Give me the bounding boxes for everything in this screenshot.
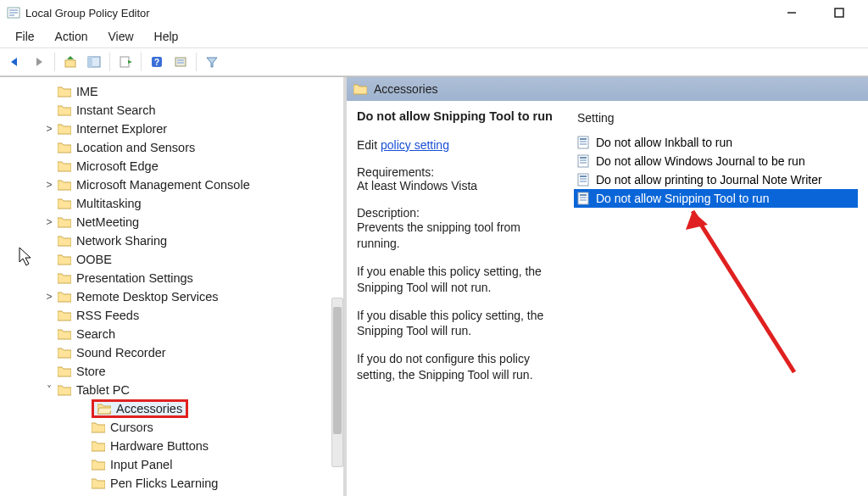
tree-item[interactable]: RSS Feeds <box>0 306 343 325</box>
svg-rect-5 <box>835 8 843 17</box>
properties-button[interactable] <box>170 52 191 72</box>
svg-rect-48 <box>580 143 587 145</box>
policy-icon <box>577 154 591 168</box>
detail-header-title: Accessories <box>374 82 437 96</box>
svg-rect-58 <box>580 194 587 196</box>
tree-scroll-thumb[interactable] <box>333 307 342 434</box>
setting-item[interactable]: Do not allow Inkball to run <box>574 133 858 152</box>
folder-icon <box>58 254 71 265</box>
tree-item-label: Pen Flicks Learning <box>110 476 218 490</box>
tree-item[interactable]: IME <box>0 82 343 101</box>
svg-marker-35 <box>58 367 71 376</box>
setting-label: Do not allow printing to Journal Note Wr… <box>596 173 822 187</box>
tree-item[interactable]: Multitasking <box>0 194 343 213</box>
tree-item[interactable]: >Internet Explorer <box>0 120 343 138</box>
tree-subitem[interactable]: Input Panel <box>0 455 343 474</box>
filter-button[interactable] <box>202 52 222 72</box>
folder-icon <box>92 477 105 489</box>
description-p1: Prevents the snipping tool from running. <box>357 220 560 252</box>
svg-marker-41 <box>92 460 105 470</box>
svg-rect-54 <box>580 176 587 177</box>
folder-icon <box>92 440 105 452</box>
svg-rect-12 <box>120 57 129 67</box>
svg-rect-46 <box>580 138 587 140</box>
arrow-annotation-icon <box>642 177 862 398</box>
tree-item[interactable]: >Microsoft Management Console <box>0 176 343 194</box>
show-hide-tree-button[interactable] <box>84 52 104 72</box>
svg-marker-29 <box>58 255 71 265</box>
tree-item[interactable]: Location and Sensors <box>0 138 343 157</box>
tree-item[interactable]: Store <box>0 362 343 381</box>
up-button[interactable] <box>60 52 81 72</box>
tree-item[interactable]: OOBE <box>0 250 343 269</box>
chevron-down-icon[interactable]: ˅ <box>41 384 58 396</box>
svg-marker-62 <box>686 211 708 230</box>
svg-rect-59 <box>580 197 587 198</box>
svg-rect-17 <box>177 59 184 61</box>
svg-rect-51 <box>580 159 587 161</box>
svg-marker-34 <box>58 348 71 358</box>
tree-item[interactable]: Instant Search <box>0 101 343 120</box>
folder-open-icon <box>97 403 111 415</box>
folder-icon <box>58 160 71 172</box>
chevron-right-icon[interactable]: > <box>41 123 58 135</box>
svg-marker-13 <box>128 60 132 64</box>
tree-item[interactable]: >NetMeeting <box>0 213 343 231</box>
svg-marker-39 <box>92 423 105 432</box>
export-button[interactable] <box>115 52 136 72</box>
tree-item-label: Presentation Settings <box>76 271 193 285</box>
tree-item-label: IME <box>76 85 98 98</box>
tree-item-label: Hardware Buttons <box>110 439 209 453</box>
folder-icon <box>92 459 105 471</box>
chevron-right-icon[interactable]: > <box>41 216 58 228</box>
tree-item-selected[interactable]: Accessories <box>92 399 188 418</box>
svg-marker-6 <box>11 58 17 66</box>
svg-marker-20 <box>58 87 71 97</box>
menu-action[interactable]: Action <box>45 27 98 46</box>
menu-help[interactable]: Help <box>144 27 189 46</box>
svg-marker-32 <box>58 311 71 320</box>
tree-item-label: OOBE <box>76 253 112 266</box>
forward-button[interactable] <box>29 52 49 72</box>
requirements-value: At least Windows Vista <box>357 179 560 192</box>
svg-line-61 <box>693 211 794 372</box>
toolbar: ? <box>0 47 868 76</box>
setting-item[interactable]: Do not allow printing to Journal Note Wr… <box>574 170 858 189</box>
tree-subitem[interactable]: Accessories <box>0 399 343 418</box>
folder-icon <box>58 309 71 321</box>
help-button[interactable]: ? <box>147 52 167 72</box>
policy-icon <box>577 136 591 149</box>
app-icon <box>7 6 20 20</box>
description-p3: If you disable this policy setting, the … <box>357 308 560 340</box>
tree-item[interactable]: Network Sharing <box>0 231 343 250</box>
tree-item[interactable]: Sound Recorder <box>0 343 343 362</box>
maximize-button[interactable] <box>824 3 854 23</box>
setting-label: Do not allow Snipping Tool to run <box>596 192 769 205</box>
chevron-right-icon[interactable]: > <box>41 179 58 191</box>
tree-item[interactable]: Presentation Settings <box>0 269 343 287</box>
minimize-button[interactable] <box>776 3 807 23</box>
tree-item[interactable]: ˅Tablet PC <box>0 381 343 399</box>
tree-item[interactable]: >Remote Desktop Services <box>0 287 343 306</box>
folder-icon <box>58 384 71 396</box>
menu-bar: File Action View Help <box>0 25 868 47</box>
policy-icon <box>577 192 591 205</box>
tree-subitem[interactable]: Cursors <box>0 418 343 437</box>
tree-subitem[interactable]: Pen Flicks Learning <box>0 474 343 493</box>
policy-setting-link[interactable]: policy setting <box>381 138 449 152</box>
chevron-right-icon[interactable]: > <box>41 291 58 303</box>
menu-view[interactable]: View <box>97 27 143 46</box>
setting-item[interactable]: Do not allow Snipping Tool to run <box>574 189 858 208</box>
tree-item[interactable]: Search <box>0 325 343 343</box>
menu-file[interactable]: File <box>5 27 45 46</box>
tree-subitem[interactable]: Hardware Buttons <box>0 437 343 455</box>
tree-item[interactable]: Microsoft Edge <box>0 157 343 176</box>
tree-item-label: Instant Search <box>76 103 156 117</box>
back-button[interactable] <box>5 52 25 72</box>
window-title: Local Group Policy Editor <box>25 7 776 20</box>
tree-pane: IMEInstant Search>Internet ExplorerLocat… <box>0 77 343 496</box>
svg-marker-24 <box>58 162 71 171</box>
description-p2: If you enable this policy setting, the S… <box>357 264 560 296</box>
setting-item[interactable]: Do not allow Windows Journal to be run <box>574 152 858 170</box>
tree-scrollbar[interactable] <box>331 298 343 467</box>
